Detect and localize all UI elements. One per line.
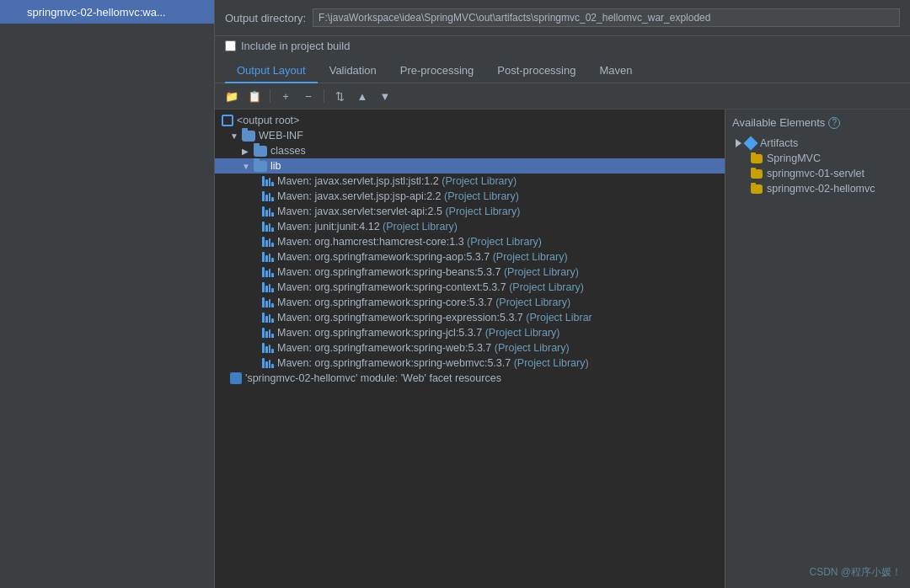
folder-icon-classes bbox=[254, 146, 267, 157]
folder-icon-servlet bbox=[751, 169, 763, 179]
tree-item-label: Maven: org.springframework:spring-web:5.… bbox=[277, 342, 570, 354]
right-tree-item-servlet[interactable]: springmvc-01-servlet bbox=[732, 166, 903, 181]
expand-arrow-classes: ▶ bbox=[242, 147, 250, 156]
tree-item-maven-4[interactable]: Maven: junit:junit:4.12 (Project Library… bbox=[215, 219, 725, 234]
toolbar-extract-btn[interactable]: 📋 bbox=[244, 87, 265, 105]
expand-triangle-artifacts bbox=[736, 139, 741, 147]
sidebar-item-project[interactable]: springmvc-02-hellomvc:wa... bbox=[0, 0, 214, 24]
tree-item-label: Maven: org.springframework:spring-aop:5.… bbox=[277, 251, 568, 263]
available-elements-label: Available Elements bbox=[732, 116, 825, 129]
tree-pane[interactable]: <output root> ▼ WEB-INF ▶ classes ▼ lib bbox=[215, 110, 725, 588]
tree-item-label: Maven: org.springframework:spring-core:5… bbox=[277, 297, 570, 308]
tree-item-label: Maven: junit:junit:4.12 (Project Library… bbox=[277, 221, 458, 233]
tree-item-label: Maven: javax.servlet.jsp.jstl:jstl:1.2 (… bbox=[277, 175, 517, 187]
output-dir-input[interactable] bbox=[313, 8, 900, 27]
right-tree-item-artifacts[interactable]: Artifacts bbox=[732, 136, 903, 151]
maven-bar-icon-7 bbox=[262, 267, 274, 277]
right-tree-label: springmvc-02-hellomvc bbox=[767, 183, 875, 195]
maven-bar-icon-10 bbox=[262, 313, 274, 323]
maven-bar-icon-5 bbox=[262, 237, 274, 247]
tree-item-label: classes bbox=[270, 145, 306, 157]
tree-item-maven-11[interactable]: Maven: org.springframework:spring-jcl:5.… bbox=[215, 325, 725, 340]
tree-item-output-root[interactable]: <output root> bbox=[215, 113, 725, 128]
tree-item-web-facet[interactable]: 'springmvc-02-hellomvc' module: 'Web' fa… bbox=[215, 371, 725, 386]
tabs-bar: Output Layout Validation Pre-processing … bbox=[215, 59, 910, 83]
watermark: CSDN @程序小媛！ bbox=[809, 565, 902, 580]
tree-item-maven-13[interactable]: Maven: org.springframework:spring-webmvc… bbox=[215, 355, 725, 371]
toolbar-add-btn[interactable]: + bbox=[276, 87, 296, 105]
content-split: <output root> ▼ WEB-INF ▶ classes ▼ lib bbox=[215, 110, 910, 588]
folder-icon-webinf bbox=[242, 131, 255, 142]
tree-item-maven-8[interactable]: Maven: org.springframework:spring-contex… bbox=[215, 280, 725, 295]
tree-item-label: lib bbox=[270, 160, 281, 172]
expand-arrow-webinf: ▼ bbox=[230, 131, 238, 141]
right-tree-label: Artifacts bbox=[760, 137, 798, 149]
tree-item-maven-7[interactable]: Maven: org.springframework:spring-beans:… bbox=[215, 265, 725, 280]
toolbar-remove-btn[interactable]: − bbox=[298, 87, 318, 105]
tab-validation[interactable]: Validation bbox=[318, 59, 388, 83]
tree-item-label: Maven: javax.servlet:servlet-api:2.5 (Pr… bbox=[277, 206, 520, 217]
folder-icon-hellomvc bbox=[751, 184, 763, 194]
tree-item-classes[interactable]: ▶ classes bbox=[215, 143, 725, 158]
include-project-build-checkbox[interactable] bbox=[225, 40, 236, 51]
right-tree-item-hellomvc[interactable]: springmvc-02-hellomvc bbox=[732, 181, 903, 196]
maven-bar-icon-1 bbox=[262, 176, 274, 186]
tree-item-label: Maven: org.springframework:spring-jcl:5.… bbox=[277, 327, 560, 339]
toolbar-up-btn[interactable]: ▲ bbox=[352, 87, 372, 105]
tree-item-maven-3[interactable]: Maven: javax.servlet:servlet-api:2.5 (Pr… bbox=[215, 204, 725, 219]
folder-icon-springmvc bbox=[751, 154, 763, 163]
maven-bar-icon-2 bbox=[262, 191, 274, 201]
toolbar-sort-btn[interactable]: ⇅ bbox=[329, 87, 350, 105]
tab-pre-processing[interactable]: Pre-processing bbox=[388, 59, 485, 83]
main-panel: Output directory: Include in project bui… bbox=[215, 0, 910, 588]
maven-bar-icon-9 bbox=[262, 297, 274, 307]
maven-bar-icon-8 bbox=[262, 282, 274, 292]
tree-item-maven-6[interactable]: Maven: org.springframework:spring-aop:5.… bbox=[215, 249, 725, 265]
tree-item-label: Maven: javax.servlet.jsp:jsp-api:2.2 (Pr… bbox=[277, 190, 519, 202]
tree-item-label: Maven: org.springframework:spring-webmvc… bbox=[277, 357, 589, 369]
tree-item-maven-12[interactable]: Maven: org.springframework:spring-web:5.… bbox=[215, 340, 725, 355]
right-tree-item-springmvc[interactable]: SpringMVC bbox=[732, 151, 903, 166]
toolbar-sep-1 bbox=[270, 89, 270, 103]
maven-bar-icon-12 bbox=[262, 343, 274, 353]
tree-item-label: WEB-INF bbox=[259, 130, 303, 142]
toolbar: 📁 📋 + − ⇅ ▲ ▼ bbox=[215, 83, 910, 110]
include-project-build-label: Include in project build bbox=[241, 40, 350, 52]
tree-item-label: Maven: org.springframework:spring-contex… bbox=[277, 281, 584, 293]
toolbar-down-btn[interactable]: ▼ bbox=[375, 87, 395, 105]
web-facet-icon bbox=[230, 372, 242, 384]
expand-arrow-lib: ▼ bbox=[242, 162, 250, 171]
project-icon bbox=[8, 5, 22, 19]
right-tree-label: SpringMVC bbox=[767, 152, 821, 164]
output-dir-row: Output directory: bbox=[215, 0, 910, 36]
tree-item-webinf[interactable]: ▼ WEB-INF bbox=[215, 128, 725, 143]
toolbar-folder-btn[interactable]: 📁 bbox=[222, 87, 242, 105]
sidebar-item-label: springmvc-02-hellomvc:wa... bbox=[27, 6, 166, 19]
tree-item-label: <output root> bbox=[237, 115, 299, 126]
help-icon[interactable]: ? bbox=[828, 117, 840, 129]
tree-item-maven-10[interactable]: Maven: org.springframework:spring-expres… bbox=[215, 310, 725, 325]
output-dir-label: Output directory: bbox=[225, 12, 306, 24]
maven-bar-icon-13 bbox=[262, 358, 274, 368]
tree-item-label: Maven: org.springframework:spring-expres… bbox=[277, 312, 592, 323]
tab-post-processing[interactable]: Post-processing bbox=[485, 59, 587, 83]
tree-item-label: Maven: org.hamcrest:hamcrest-core:1.3 (P… bbox=[277, 236, 542, 248]
tree-item-label: 'springmvc-02-hellomvc' module: 'Web' fa… bbox=[245, 372, 501, 384]
maven-bar-icon-4 bbox=[262, 222, 274, 232]
output-root-icon bbox=[222, 115, 233, 126]
available-elements-header: Available Elements ? bbox=[732, 116, 903, 129]
tree-item-maven-9[interactable]: Maven: org.springframework:spring-core:5… bbox=[215, 295, 725, 310]
tree-item-maven-5[interactable]: Maven: org.hamcrest:hamcrest-core:1.3 (P… bbox=[215, 234, 725, 249]
tree-item-maven-1[interactable]: Maven: javax.servlet.jsp.jstl:jstl:1.2 (… bbox=[215, 174, 725, 189]
maven-bar-icon-3 bbox=[262, 206, 274, 216]
folder-icon-lib bbox=[254, 161, 267, 172]
toolbar-sep-2 bbox=[324, 89, 324, 103]
include-project-build-row: Include in project build bbox=[215, 36, 910, 59]
tree-item-maven-2[interactable]: Maven: javax.servlet.jsp:jsp-api:2.2 (Pr… bbox=[215, 189, 725, 204]
right-tree-label: springmvc-01-servlet bbox=[767, 168, 864, 179]
tree-item-label: Maven: org.springframework:spring-beans:… bbox=[277, 266, 579, 278]
tab-maven[interactable]: Maven bbox=[587, 59, 644, 83]
tree-item-lib[interactable]: ▼ lib bbox=[215, 158, 725, 174]
tab-output-layout[interactable]: Output Layout bbox=[225, 59, 318, 83]
right-panel: Available Elements ? Artifacts SpringMVC… bbox=[725, 110, 910, 588]
